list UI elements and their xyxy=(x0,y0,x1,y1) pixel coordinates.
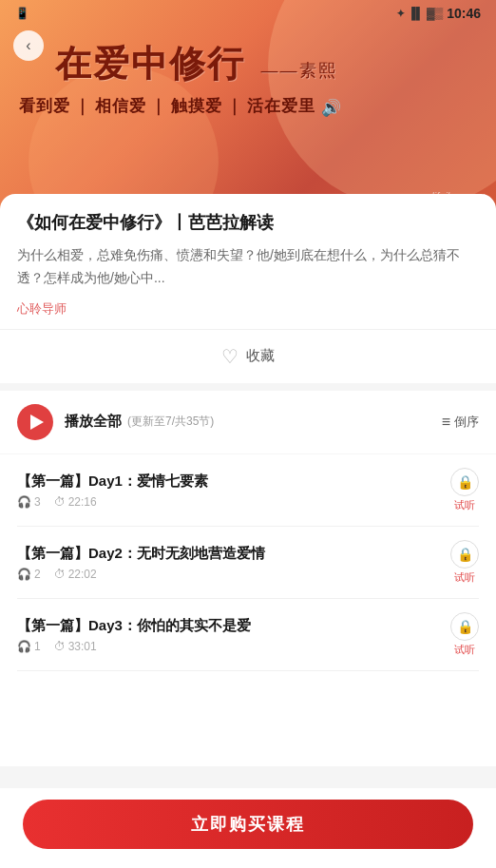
trial-label-3[interactable]: 试听 xyxy=(454,643,475,657)
divider2: ｜ xyxy=(150,95,167,117)
sort-button[interactable]: ≡ 倒序 xyxy=(442,414,479,431)
status-time: 10:46 xyxy=(447,6,481,21)
hero-sub2: 相信爱 xyxy=(95,95,146,117)
listen-num-3: 1 xyxy=(34,640,41,653)
heart-icon: ♡ xyxy=(221,345,238,368)
hero-subtitle: 看到爱 ｜ 相信爱 ｜ 触摸爱 ｜ 活在爱里 🔊 xyxy=(19,95,477,117)
duration-1: ⏱ 22:16 xyxy=(54,495,97,509)
buy-button[interactable]: 立即购买课程 xyxy=(23,800,473,849)
hero-author: ——素熙 xyxy=(261,61,337,80)
episode-content-1: 【第一篇】Day1：爱情七要素 🎧 3 ⏱ 22:16 xyxy=(17,472,439,510)
back-arrow-icon: ‹ xyxy=(26,37,30,54)
headphone-icon-1: 🎧 xyxy=(17,495,31,509)
list-item[interactable]: 【第一篇】Day3：你怕的其实不是爱 🎧 1 ⏱ 33:01 🔒 试听 xyxy=(17,599,479,671)
hero-title-text: 在爱中修行 xyxy=(55,44,245,84)
hero-sub4: 活在爱里 xyxy=(247,95,315,117)
duration-3: ⏱ 33:01 xyxy=(54,640,97,653)
lock-icon-3: 🔒 xyxy=(457,619,473,634)
status-left: 📱 xyxy=(15,7,29,20)
lock-icon-2: 🔒 xyxy=(457,547,473,562)
bluetooth-icon: ✦ xyxy=(396,8,405,20)
sort-icon: ≡ xyxy=(442,414,450,431)
episode-title-1: 【第一篇】Day1：爱情七要素 xyxy=(17,472,439,491)
play-all-button[interactable] xyxy=(17,404,53,440)
clock-icon-2: ⏱ xyxy=(54,568,66,581)
divider1: ｜ xyxy=(74,95,91,117)
episode-content-2: 【第一篇】Day2：无时无刻地营造爱情 🎧 2 ⏱ 22:02 xyxy=(17,544,439,582)
duration-val-3: 33:01 xyxy=(68,640,97,653)
course-title: 《如何在爱中修行》丨芭芭拉解读 xyxy=(17,211,479,235)
listen-count-1: 🎧 3 xyxy=(17,495,41,509)
play-all-section: 播放全部 (更新至7/共35节) ≡ 倒序 xyxy=(0,391,496,454)
duration-val-1: 22:16 xyxy=(68,495,97,509)
speaker-icon: 🔊 xyxy=(321,98,338,115)
hero-banner: ‹ 在爱中修行 ——素熙 看到爱 ｜ 相信爱 ｜ 触摸爱 ｜ 活在爱里 🔊 li… xyxy=(0,0,496,209)
duration-val-2: 22:02 xyxy=(68,568,97,581)
status-right: ✦ ▐▌ ▓▒ 10:46 xyxy=(396,6,481,21)
lock-button-3[interactable]: 🔒 xyxy=(450,612,479,641)
connectivity-icons: ✦ ▐▌ ▓▒ xyxy=(396,7,443,20)
list-item[interactable]: 【第一篇】Day1：爱情七要素 🎧 3 ⏱ 22:16 🔒 试听 xyxy=(17,454,479,527)
episode-action-2: 🔒 试听 xyxy=(450,540,479,585)
episode-meta-3: 🎧 1 ⏱ 33:01 xyxy=(17,640,439,653)
listen-num-2: 2 xyxy=(34,568,41,581)
divider3: ｜ xyxy=(226,95,243,117)
course-tag[interactable]: 心聆导师 xyxy=(17,300,67,318)
battery-icon: ▓▒ xyxy=(427,7,443,20)
clock-icon-1: ⏱ xyxy=(54,495,66,509)
episode-meta-1: 🎧 3 ⏱ 22:16 xyxy=(17,495,439,509)
lock-button-2[interactable]: 🔒 xyxy=(450,540,479,569)
hero-title: 在爱中修行 ——素熙 xyxy=(55,40,337,88)
headphone-icon-3: 🎧 xyxy=(17,640,31,653)
episode-list: 【第一篇】Day1：爱情七要素 🎧 3 ⏱ 22:16 🔒 试听 xyxy=(0,454,496,671)
notification-icons: 📱 xyxy=(15,7,29,20)
episode-content-3: 【第一篇】Day3：你怕的其实不是爱 🎧 1 ⏱ 33:01 xyxy=(17,616,439,654)
favorite-label: 收藏 xyxy=(246,347,275,365)
listen-count-2: 🎧 2 xyxy=(17,568,41,581)
episode-title-3: 【第一篇】Day3：你怕的其实不是爱 xyxy=(17,616,439,635)
headphone-icon-2: 🎧 xyxy=(17,568,31,581)
trial-label-1[interactable]: 试听 xyxy=(454,498,475,512)
course-description: 为什么相爱，总难免伤痛、愤懑和失望？他/她到底在想什么，为什么总猜不透？怎样成为… xyxy=(17,244,479,290)
duration-2: ⏱ 22:02 xyxy=(54,568,97,581)
back-button[interactable]: ‹ xyxy=(13,30,44,61)
favorite-section[interactable]: ♡ 收藏 xyxy=(0,330,496,391)
play-triangle-icon xyxy=(30,415,44,430)
episode-action-1: 🔒 试听 xyxy=(450,468,479,512)
trial-label-2[interactable]: 试听 xyxy=(454,570,475,585)
listen-num-1: 3 xyxy=(34,495,41,509)
lock-button-1[interactable]: 🔒 xyxy=(450,468,479,496)
status-bar: 📱 ✦ ▐▌ ▓▒ 10:46 xyxy=(0,0,496,25)
clock-icon-3: ⏱ xyxy=(54,640,66,653)
episode-meta-2: 🎧 2 ⏱ 22:02 xyxy=(17,568,439,581)
listen-count-3: 🎧 1 xyxy=(17,640,41,653)
main-card: 《如何在爱中修行》丨芭芭拉解读 为什么相爱，总难免伤痛、愤懑和失望？他/她到底在… xyxy=(0,194,496,766)
play-all-label: 播放全部 xyxy=(65,413,122,431)
episode-action-3: 🔒 试听 xyxy=(450,612,479,657)
lock-icon-1: 🔒 xyxy=(457,474,473,490)
hero-sub3: 触摸爱 xyxy=(171,95,222,117)
play-all-meta: (更新至7/共35节) xyxy=(127,414,214,430)
buy-bar: 立即购买课程 xyxy=(0,788,496,868)
episode-title-2: 【第一篇】Day2：无时无刻地营造爱情 xyxy=(17,544,439,563)
hero-sub1: 看到爱 xyxy=(19,95,70,117)
signal-icon: ▐▌ xyxy=(408,7,424,20)
sort-label: 倒序 xyxy=(454,414,479,431)
list-item[interactable]: 【第一篇】Day2：无时无刻地营造爱情 🎧 2 ⏱ 22:02 🔒 试听 xyxy=(17,527,479,599)
course-info-section: 《如何在爱中修行》丨芭芭拉解读 为什么相爱，总难免伤痛、愤懑和失望？他/她到底在… xyxy=(0,194,496,330)
